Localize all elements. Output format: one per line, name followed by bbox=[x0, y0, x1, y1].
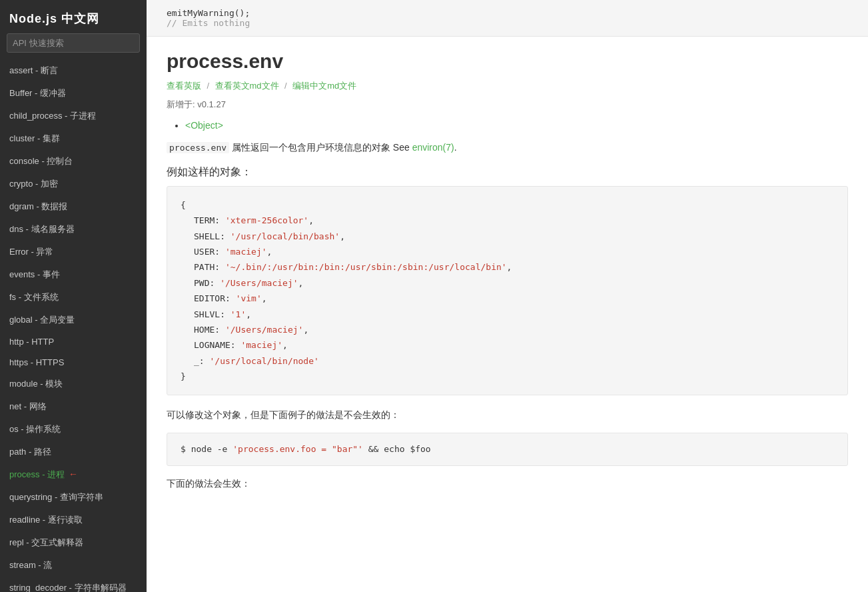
site-title: Node.js 中文网 bbox=[0, 0, 147, 33]
env-object-code: { TERM: 'xterm-256color',SHELL: '/usr/lo… bbox=[167, 186, 848, 396]
code-obj-line: SHLVL: '1', bbox=[194, 307, 834, 322]
cmd-part: $ node -e bbox=[181, 444, 227, 454]
sidebar-item-cluster[interactable]: cluster - 集群 bbox=[0, 127, 147, 150]
cmd-str: 'process.env.foo = "bar"' bbox=[232, 444, 363, 454]
desc-code: process.env bbox=[167, 142, 229, 153]
sidebar-item-console[interactable]: console - 控制台 bbox=[0, 150, 147, 173]
section-title: process.env bbox=[167, 50, 848, 73]
sidebar-item-http[interactable]: http - HTTP bbox=[0, 331, 147, 352]
code-obj-line: USER: 'maciej', bbox=[194, 244, 834, 259]
code-obj-line: LOGNAME: 'maciej', bbox=[194, 337, 834, 353]
code-obj-line: EDITOR: 'vim', bbox=[194, 291, 834, 306]
code-obj-line: SHELL: '/usr/local/bin/bash', bbox=[194, 229, 834, 244]
links-row: 查看英版 / 查看英文md文件 / 编辑中文md文件 bbox=[167, 79, 848, 92]
sidebar-item-querystring[interactable]: querystring - 查询字符串 bbox=[0, 486, 147, 509]
sidebar-item-child_process[interactable]: child_process - 子进程 bbox=[0, 105, 147, 127]
sidebar-item-os[interactable]: os - 操作系统 bbox=[0, 418, 147, 441]
sidebar-item-global[interactable]: global - 全局变量 bbox=[0, 309, 147, 331]
code-obj-line: PWD: '/Users/maciej', bbox=[194, 275, 834, 291]
example-heading: 例如这样的对象： bbox=[167, 165, 848, 179]
bullet-item: <Object> bbox=[185, 120, 848, 131]
sidebar-item-process[interactable]: process - 进程← bbox=[0, 463, 147, 486]
sidebar-item-dgram[interactable]: dgram - 数据报 bbox=[0, 195, 147, 218]
sidebar-item-buffer[interactable]: Buffer - 缓冲器 bbox=[0, 82, 147, 105]
sidebar-item-string_decoder[interactable]: string_decoder - 字符串解码器 bbox=[0, 577, 147, 592]
sidebar-item-error[interactable]: Error - 异常 bbox=[0, 241, 147, 263]
sidebar-item-https[interactable]: https - HTTPS bbox=[0, 352, 147, 373]
link-english-md[interactable]: 查看英文md文件 bbox=[215, 81, 279, 91]
search-input[interactable] bbox=[7, 33, 140, 53]
sidebar-item-crypto[interactable]: crypto - 加密 bbox=[0, 173, 147, 195]
active-arrow-icon: ← bbox=[69, 469, 78, 479]
top-code-block: emitMyWarning(); // Emits nothing bbox=[147, 0, 868, 37]
sidebar-item-events[interactable]: events - 事件 bbox=[0, 263, 147, 286]
sidebar-item-dns[interactable]: dns - 域名服务器 bbox=[0, 218, 147, 241]
description-text: process.env 属性返回一个包含用户环境信息的对象 See enviro… bbox=[167, 140, 848, 156]
sidebar-item-repl[interactable]: repl - 交互式解释器 bbox=[0, 531, 147, 554]
sidebar-item-path[interactable]: path - 路径 bbox=[0, 441, 147, 463]
environ-link[interactable]: environ(7) bbox=[412, 142, 454, 153]
sidebar-item-assert[interactable]: assert - 断言 bbox=[0, 59, 147, 82]
nav-list: assert - 断言Buffer - 缓冲器child_process - 子… bbox=[0, 59, 147, 592]
content-area: process.env 查看英版 / 查看英文md文件 / 编辑中文md文件 新… bbox=[147, 37, 868, 517]
sidebar-item-readline[interactable]: readline - 逐行读取 bbox=[0, 509, 147, 531]
desc-mid: 属性返回一个包含用户环境信息的对象 See bbox=[229, 142, 412, 153]
code-obj-line: PATH: '~/.bin/:/usr/bin:/bin:/usr/sbin:/… bbox=[194, 259, 834, 275]
sidebar: Node.js 中文网 assert - 断言Buffer - 缓冲器child… bbox=[0, 0, 147, 592]
effect-text: 下面的做法会生效： bbox=[167, 478, 848, 490]
object-link[interactable]: <Object> bbox=[185, 120, 223, 131]
code-obj-line: HOME: '/Users/maciej', bbox=[194, 322, 834, 337]
code-line-2: // Emits nothing bbox=[167, 18, 848, 28]
code-line-1: emitMyWarning(); bbox=[167, 8, 848, 18]
command-code-block: $ node -e 'process.env.foo = "bar"' && e… bbox=[167, 433, 848, 465]
desc-post: . bbox=[454, 142, 457, 153]
sidebar-item-stream[interactable]: stream - 流 bbox=[0, 554, 147, 577]
sidebar-item-module[interactable]: module - 模块 bbox=[0, 373, 147, 395]
link-chinese-md[interactable]: 编辑中文md文件 bbox=[292, 81, 356, 91]
sidebar-item-net[interactable]: net - 网络 bbox=[0, 395, 147, 418]
sidebar-item-fs[interactable]: fs - 文件系统 bbox=[0, 286, 147, 309]
version-info: 新增于: v0.1.27 bbox=[167, 99, 848, 111]
code-obj-line: _: '/usr/local/bin/node' bbox=[194, 353, 834, 369]
link-english[interactable]: 查看英版 bbox=[167, 81, 201, 91]
modify-text: 可以修改这个对象，但是下面例子的做法是不会生效的： bbox=[167, 407, 848, 423]
bullet-list: <Object> bbox=[185, 120, 848, 131]
code-obj-line: TERM: 'xterm-256color', bbox=[194, 213, 834, 228]
cmd-rest: && echo $foo bbox=[368, 444, 431, 454]
main-content: emitMyWarning(); // Emits nothing proces… bbox=[147, 0, 868, 592]
